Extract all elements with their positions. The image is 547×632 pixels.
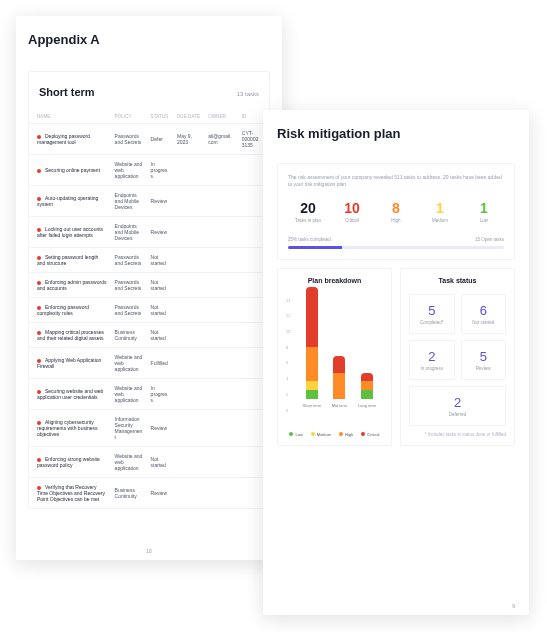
stat-label: High [376, 218, 416, 223]
task-name: Applying Web Application Firewall [37, 357, 101, 369]
task-due [173, 379, 204, 410]
table-row[interactable]: Enforcing strong website password policy… [29, 447, 269, 478]
task-name: Enforcing strong website password policy [37, 456, 100, 468]
task-policy: Passwords and Secrets [111, 248, 147, 273]
task-status: Not started [147, 323, 173, 348]
task-name: Aligning cybersecurity requirements with… [37, 419, 98, 437]
task-status: Defer [147, 124, 173, 155]
task-status: Review [147, 410, 173, 447]
progress-bar [288, 246, 504, 249]
legend-dot-icon [361, 432, 365, 436]
page-number: 10 [146, 548, 152, 554]
tile-number: 5 [480, 349, 487, 364]
bar-segment-low [361, 390, 373, 399]
stat-label: Critical [332, 218, 372, 223]
task-owner [204, 186, 238, 217]
progress-fill [288, 246, 342, 249]
stat-label: Medium [420, 218, 460, 223]
task-policy: Website and web application [111, 379, 147, 410]
task-name: Locking out user accounts after failed l… [37, 226, 103, 238]
stat-number: 1 [464, 200, 504, 216]
stat-tile: 10Critical [332, 200, 372, 223]
status-tile: 5Completed* [409, 294, 455, 334]
task-policy: Passwords and Secrets [111, 273, 147, 298]
task-owner [204, 298, 238, 323]
th-status: STATUS [147, 110, 173, 124]
task-name: Verifying that Recovery Time Objectives … [37, 484, 105, 502]
breakdown-panel: Plan breakdown 14121086420 Short termMid… [277, 268, 392, 446]
stat-tile: 8High [376, 200, 416, 223]
risk-plan-page: Risk mitigation plan The risk assessment… [263, 110, 529, 615]
bar-segment-high [306, 347, 318, 381]
task-count: 13 tasks [237, 91, 259, 97]
tile-number: 2 [428, 349, 435, 364]
axis-tick: 12 [286, 313, 290, 318]
task-status: In progress [147, 379, 173, 410]
th-owner: OWNER [204, 110, 238, 124]
table-row[interactable]: Mapping critical processes and their rel… [29, 323, 269, 348]
task-due [173, 298, 204, 323]
appendix-page: Appendix A Short term 13 tasks NAME POLI… [16, 16, 282, 560]
task-policy: Endpoints and Mobile Devices [111, 217, 147, 248]
task-owner [204, 217, 238, 248]
table-row[interactable]: Aligning cybersecurity requirements with… [29, 410, 269, 447]
task-name: Enforcing password complexity rules [37, 304, 89, 316]
table-row[interactable]: Applying Web Application FirewallWebsite… [29, 348, 269, 379]
task-due [173, 447, 204, 478]
task-due [173, 478, 204, 509]
status-tile: 5Review [461, 340, 507, 380]
task-name: Securing website and web application use… [37, 388, 103, 400]
bar-category-label: Short term [303, 403, 322, 408]
stat-number: 1 [420, 200, 460, 216]
axis-tick: 4 [286, 376, 288, 381]
summary-card: The risk assessment of your company reve… [277, 163, 515, 260]
table-row[interactable]: Enforcing password complexity rulesPassw… [29, 298, 269, 323]
th-name: NAME [29, 110, 111, 124]
legend-item: Critical [361, 432, 379, 437]
bar-category-label: Mid term [332, 403, 348, 408]
task-due [173, 155, 204, 186]
task-status: Not started [147, 298, 173, 323]
table-row[interactable]: Locking out user accounts after failed l… [29, 217, 269, 248]
legend-dot-icon [339, 432, 343, 436]
short-term-card: Short term 13 tasks NAME POLICY STATUS D… [28, 71, 270, 509]
task-due [173, 217, 204, 248]
task-name: Mapping critical processes and their rel… [37, 329, 104, 341]
table-row[interactable]: Auto-updating operating systemEndpoints … [29, 186, 269, 217]
legend-dot-icon [311, 432, 315, 436]
lower-panels: Plan breakdown 14121086420 Short termMid… [277, 268, 515, 446]
task-due [173, 410, 204, 447]
tile-label: Not started [472, 320, 494, 325]
legend-dot-icon [289, 432, 293, 436]
task-owner [204, 478, 238, 509]
page-title: Risk mitigation plan [277, 126, 515, 141]
task-status: Review [147, 478, 173, 509]
task-policy: Website and web application [111, 155, 147, 186]
table-row[interactable]: Securing website and web application use… [29, 379, 269, 410]
progress-pct: 25% tasks completed [288, 237, 331, 242]
task-due [173, 186, 204, 217]
table-row[interactable]: Verifying that Recovery Time Objectives … [29, 478, 269, 509]
bar-segment-critical [306, 287, 318, 347]
panel-title: Task status [409, 277, 506, 284]
stat-label: Low [464, 218, 504, 223]
bar-column: Long term [361, 373, 373, 408]
task-status: Fulfilled [147, 348, 173, 379]
page-title: Appendix A [28, 32, 270, 47]
status-tile: 2In progress [409, 340, 455, 380]
legend-item: High [339, 432, 353, 437]
table-row[interactable]: Setting password length and structurePas… [29, 248, 269, 273]
status-tile: 2Deferred [409, 386, 506, 426]
task-policy: Information Security Management [111, 410, 147, 447]
table-row[interactable]: Securing online paymentWebsite and web a… [29, 155, 269, 186]
axis-tick: 8 [286, 345, 288, 350]
stats-row: 20Tasks in plan10Critical8High1Medium1Lo… [288, 200, 504, 223]
status-grid: 5Completed*6Not started2In progress5Revi… [409, 294, 506, 426]
table-row[interactable]: Deploying password management toolPasswo… [29, 124, 269, 155]
task-due: May 9, 2023 [173, 124, 204, 155]
task-owner [204, 348, 238, 379]
task-name: Deploying password management tool [37, 133, 90, 145]
task-name: Auto-updating operating system [37, 195, 98, 207]
table-row[interactable]: Enforcing admin passwords and accountsPa… [29, 273, 269, 298]
tile-label: Review [476, 366, 491, 371]
